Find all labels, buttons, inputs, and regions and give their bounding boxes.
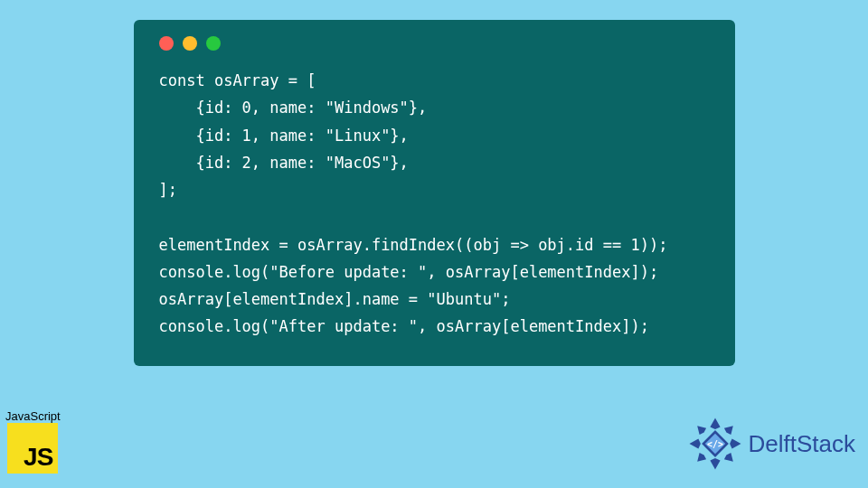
code-block: const osArray = [ {id: 0, name: "Windows… [159, 67, 710, 341]
svg-text:</>: </> [707, 439, 723, 449]
delftstack-logo-icon: </> [687, 416, 743, 472]
javascript-logo-icon: JS [7, 423, 58, 474]
delftstack-brand: </> DelftStack [687, 416, 856, 472]
javascript-logo-text: JS [24, 443, 52, 472]
delftstack-name: DelftStack [749, 430, 856, 458]
minimize-icon [183, 36, 197, 51]
maximize-icon [206, 36, 221, 51]
close-icon [159, 36, 174, 51]
javascript-label: JavaScript [5, 409, 61, 423]
window-controls [159, 36, 710, 51]
code-window: const osArray = [ {id: 0, name: "Windows… [134, 20, 735, 366]
javascript-badge: JavaScript JS [5, 409, 61, 474]
